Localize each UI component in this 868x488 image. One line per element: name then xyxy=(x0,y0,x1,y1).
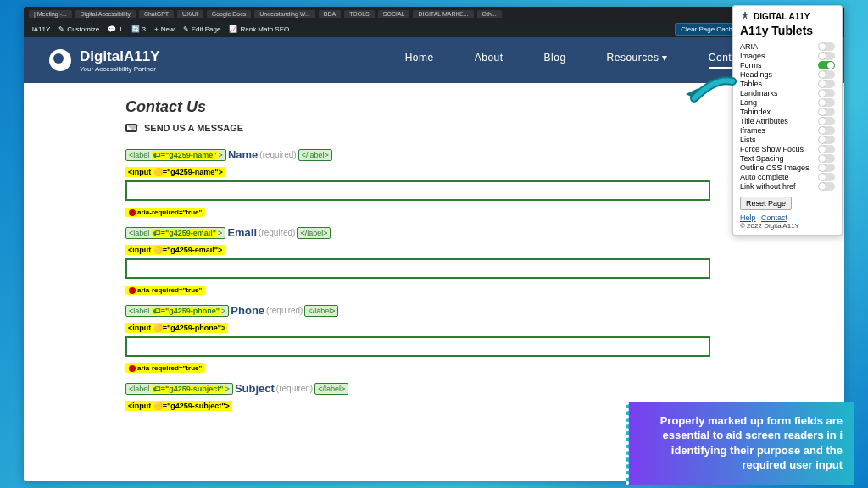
toggle-title-attributes[interactable] xyxy=(818,117,835,125)
panel-title: A11y Tublets xyxy=(740,24,835,37)
label-open-tag: <label 🏷="g4259-name"> xyxy=(125,149,226,161)
admin-comments[interactable]: 💬 1 xyxy=(108,25,122,33)
toggle-tabindex[interactable] xyxy=(818,108,835,116)
toggle-label: Link without href xyxy=(740,182,796,191)
toggle-landmarks[interactable] xyxy=(818,89,835,97)
input-tag: <input 🟡="g4259-phone"> xyxy=(125,323,228,333)
site-navbar: DigitalA11Y Your Accessibility Partner H… xyxy=(24,37,844,83)
browser-tab[interactable]: UX/UI xyxy=(177,10,203,18)
toggle-lists[interactable] xyxy=(818,136,835,144)
browser-tab[interactable]: Understanding W... xyxy=(254,10,315,18)
toggle-headings[interactable] xyxy=(818,70,835,79)
admin-customize[interactable]: ✎ Customize xyxy=(58,25,99,33)
required-hint: (required) xyxy=(266,306,303,315)
toggle-label: Headings xyxy=(740,70,772,79)
nav-resources[interactable]: Resources ▾ xyxy=(607,52,668,69)
toggle-label: Text Spacing xyxy=(740,154,784,163)
toggle-outline-css-images[interactable] xyxy=(818,164,835,172)
a11y-tublets-panel: DIGITAL A11Y A11y Tublets ARIAImagesForm… xyxy=(732,5,843,236)
label-open-tag: <label 🏷="g4259-phone"> xyxy=(125,305,229,317)
admin-updates[interactable]: 🔄 3 xyxy=(131,25,146,33)
page-title: Contact Us xyxy=(125,98,743,116)
caption-callout: Properly marked up form fields are essen… xyxy=(626,402,854,485)
toggle-label: Lang xyxy=(740,98,757,107)
nav-about[interactable]: About xyxy=(475,52,504,69)
nav-home[interactable]: Home xyxy=(405,52,434,69)
wp-admin-bar: lA11Y ✎ Customize 💬 1 🔄 3 + New ✎ Edit P… xyxy=(24,20,844,37)
toggle-label: Tabindex xyxy=(740,108,771,116)
toggle-label: Images xyxy=(740,52,765,60)
toggle-label: Tables xyxy=(740,80,762,88)
field-label-email: Email xyxy=(227,226,257,239)
field-label-subject: Subject xyxy=(235,382,275,395)
browser-tab[interactable]: TOOLS xyxy=(344,10,375,18)
required-hint: (required) xyxy=(276,384,313,393)
send-message-heading: SEND US A MESSAGE xyxy=(125,123,743,133)
browser-tab[interactable]: DIGITAL MARKE... xyxy=(413,10,473,18)
toggle-label: Outline CSS Images xyxy=(740,164,810,172)
admin-edit-page[interactable]: ✎ Edit Page xyxy=(183,25,221,33)
accessibility-icon xyxy=(740,11,750,21)
toggle-label: Auto complete xyxy=(740,173,789,181)
aria-required-badge: aria-required="true" xyxy=(125,286,205,295)
label-close-tag: </label> xyxy=(314,383,348,395)
browser-tabbar: | Meeting -...Digital AccessibilityChatG… xyxy=(24,7,844,20)
panel-brand: DIGITAL A11Y xyxy=(740,11,835,21)
field-label-name: Name xyxy=(228,148,258,161)
aria-required-badge: aria-required="true" xyxy=(125,208,205,217)
toggle-tables[interactable] xyxy=(818,80,835,88)
label-close-tag: </label> xyxy=(298,149,332,161)
toggle-label: Title Attributes xyxy=(740,117,788,125)
email-input[interactable] xyxy=(125,258,710,279)
nav-blog[interactable]: Blog xyxy=(544,52,566,69)
logo-icon xyxy=(49,49,71,71)
toggle-label: Lists xyxy=(740,136,756,144)
input-tag: <input 🟡="g4259-name"> xyxy=(125,167,225,177)
browser-tab[interactable]: BDA xyxy=(319,10,341,18)
toggle-label: ARIA xyxy=(740,42,758,51)
reset-page-button[interactable]: Reset Page xyxy=(740,197,792,210)
label-open-tag: <label 🏷="g4259-email"> xyxy=(125,227,225,239)
toggle-auto-complete[interactable] xyxy=(818,173,835,181)
required-hint: (required) xyxy=(259,228,295,237)
browser-tab[interactable]: ChatGPT xyxy=(139,10,174,18)
label-close-tag: </label> xyxy=(304,305,338,317)
panel-copyright: © 2022 DigitalA11Y xyxy=(740,222,835,230)
toggle-label: Iframes xyxy=(740,126,765,135)
toggle-images[interactable] xyxy=(818,52,835,60)
input-tag: <input 🟡="g4259-subject"> xyxy=(125,401,232,411)
brand-tagline: Your Accessibility Partner xyxy=(80,65,159,73)
admin-rankmath[interactable]: 📈 Rank Math SEO xyxy=(229,25,289,33)
input-tag: <input 🟡="g4259-email"> xyxy=(125,245,225,255)
brand-title: DigitalA11Y xyxy=(80,48,159,65)
toggle-lang[interactable] xyxy=(818,98,835,107)
name-input[interactable] xyxy=(125,180,710,201)
toggle-forms[interactable] xyxy=(818,61,835,69)
field-label-phone: Phone xyxy=(231,304,264,317)
toggle-text-spacing[interactable] xyxy=(818,154,835,163)
label-open-tag: <label 🏷="g4259-subject"> xyxy=(125,383,233,395)
phone-input[interactable] xyxy=(125,336,710,357)
toggle-label: Landmarks xyxy=(740,89,778,97)
browser-tab[interactable]: | Meeting -... xyxy=(29,10,72,18)
label-close-tag: </label> xyxy=(297,227,331,239)
svg-point-0 xyxy=(744,12,746,14)
chevron-down-icon: ▾ xyxy=(662,52,668,64)
required-hint: (required) xyxy=(259,150,296,159)
mail-icon xyxy=(125,124,137,132)
panel-contact-link[interactable]: Contact xyxy=(761,214,787,222)
browser-tab[interactable]: Oth... xyxy=(477,10,502,18)
admin-site-link[interactable]: lA11Y xyxy=(32,25,50,33)
toggle-label: Force Show Focus xyxy=(740,145,804,153)
browser-tab[interactable]: Google Docs xyxy=(207,10,251,18)
toggle-label: Forms xyxy=(740,61,762,69)
toggle-aria[interactable] xyxy=(818,42,835,51)
toggle-link-without-href[interactable] xyxy=(818,182,835,191)
toggle-force-show-focus[interactable] xyxy=(818,145,835,153)
aria-required-badge: aria-required="true" xyxy=(125,363,205,373)
browser-tab[interactable]: Digital Accessibility xyxy=(75,10,136,18)
toggle-iframes[interactable] xyxy=(818,126,835,135)
admin-new[interactable]: + New xyxy=(154,25,175,33)
browser-tab[interactable]: SOCIAL xyxy=(378,10,410,18)
panel-help-link[interactable]: Help xyxy=(740,214,756,222)
